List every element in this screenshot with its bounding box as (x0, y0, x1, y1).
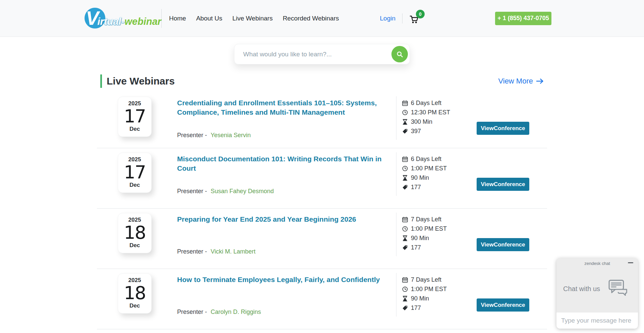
days-left-row: 7 Days Left (402, 276, 447, 283)
section-accent-bar (100, 74, 102, 88)
view-more-link[interactable]: View More (498, 77, 544, 86)
search-input[interactable] (234, 44, 410, 64)
search-bar (234, 44, 410, 64)
clock-icon (402, 286, 408, 292)
clock-icon (402, 226, 408, 232)
nav-item-live-webinars[interactable]: Live Webinars (232, 15, 273, 22)
nav-item-home[interactable]: Home (169, 15, 186, 22)
presenter-label: Presenter - (177, 248, 207, 255)
cart-button[interactable]: 0 (409, 12, 423, 25)
divider (396, 96, 396, 140)
date-box: 2025 18 Dec (118, 213, 152, 253)
login-link[interactable]: Login (380, 15, 396, 22)
presenter-name-link[interactable]: Susan Fahey Desmond (211, 188, 274, 195)
hourglass-icon (402, 175, 408, 181)
site-logo[interactable]: Virtual-webinar (84, 6, 156, 31)
webinar-list: 2025 17 Dec Credentialing and Enrollment… (97, 92, 547, 329)
time-text: 12:30 PM EST (411, 109, 450, 116)
tag-row: 177 (402, 244, 447, 251)
days-left-text: 7 Days Left (411, 276, 441, 283)
date-month: Dec (129, 242, 140, 249)
webinar-title-link[interactable]: How to Terminate Employees Legally, Fair… (177, 275, 398, 284)
section-header: Live Webinars View More (97, 74, 547, 88)
webinar-meta: 7 Days Left 1:00 PM EST (402, 276, 447, 312)
presenter-label: Presenter - (177, 309, 207, 315)
presenter-line: Presenter - Susan Fahey Desmond (177, 188, 274, 195)
webinar-title-link[interactable]: Misconduct Documentation 101: Writing Re… (177, 154, 398, 173)
arrow-right-icon (536, 78, 544, 84)
date-box: 2025 17 Dec (118, 97, 152, 137)
tag-row: 397 (402, 128, 450, 135)
tag-text: 177 (411, 244, 421, 251)
days-left-row: 7 Days Left (402, 216, 447, 223)
duration-row: 90 Min (402, 174, 447, 181)
main-nav: Home About Us Live Webinars Recorded Web… (169, 15, 339, 22)
date-box: 2025 17 Dec (118, 153, 152, 193)
presenter-name-link[interactable]: Vicki M. Lambert (211, 248, 256, 255)
view-conference-button[interactable]: ViewConference (477, 238, 529, 251)
time-text: 1:00 PM EST (411, 165, 447, 172)
zendesk-chat-widget: zendesk chat Chat with us (556, 258, 638, 329)
header: Virtual-webinar Home About Us Live Webin… (0, 0, 644, 37)
duration-text: 90 Min (411, 295, 429, 302)
time-text: 1:00 PM EST (411, 225, 447, 232)
phone-number-button[interactable]: + 1 (855) 437-0705 (495, 12, 551, 25)
page-title: Live Webinars (107, 75, 175, 87)
chat-footer (556, 313, 638, 329)
divider (396, 152, 396, 196)
date-box: 2025 18 Dec (118, 273, 152, 314)
nav-item-about-us[interactable]: About Us (196, 15, 222, 22)
view-conference-button[interactable]: ViewConference (477, 122, 529, 135)
tag-icon (402, 245, 408, 251)
presenter-line: Presenter - Yesenia Servin (177, 132, 251, 139)
presenter-name-link[interactable]: Yesenia Servin (211, 132, 251, 138)
search-icon (396, 51, 403, 58)
minimize-icon[interactable] (628, 262, 633, 263)
divider (402, 13, 402, 23)
hourglass-icon (402, 119, 408, 125)
webinar-card: 2025 17 Dec Credentialing and Enrollment… (97, 92, 547, 148)
calendar-icon (402, 100, 408, 106)
view-conference-button[interactable]: ViewConference (477, 298, 529, 312)
time-text: 1:00 PM EST (411, 286, 447, 293)
tag-text: 397 (411, 128, 421, 135)
date-day: 18 (124, 284, 146, 302)
date-day: 17 (124, 163, 146, 181)
webinar-card: 2025 18 Dec How to Terminate Employees L… (97, 269, 547, 329)
tag-icon (402, 305, 408, 311)
days-left-row: 6 Days Left (402, 156, 447, 163)
webinar-title-link[interactable]: Preparing for Year End 2025 and Year Beg… (177, 215, 398, 224)
divider (396, 213, 396, 256)
duration-row: 300 Min (402, 118, 450, 125)
hourglass-icon (402, 235, 408, 241)
chat-header-title: zendesk chat (584, 261, 610, 266)
date-month: Dec (129, 126, 140, 132)
chat-greeting: Chat with us (563, 285, 600, 293)
tag-icon (402, 184, 408, 190)
tag-row: 177 (402, 304, 447, 312)
time-row: 1:00 PM EST (402, 165, 447, 172)
presenter-name-link[interactable]: Carolyn D. Riggins (211, 309, 261, 315)
view-conference-button[interactable]: ViewConference (477, 178, 529, 191)
presenter-label: Presenter - (177, 188, 207, 195)
chat-message-input[interactable] (561, 317, 638, 324)
webinar-card: 2025 18 Dec Preparing for Year End 2025 … (97, 209, 547, 269)
logo-text: Virtual-webinar (86, 7, 161, 29)
logo-letter-v: V (86, 7, 98, 29)
clock-icon (402, 166, 408, 171)
webinar-title-link[interactable]: Credentialing and Enrollment Essentials … (177, 98, 398, 117)
duration-text: 90 Min (411, 235, 429, 242)
search-button[interactable] (391, 46, 408, 62)
cart-count-badge: 0 (416, 10, 425, 18)
date-month: Dec (129, 182, 140, 188)
chat-header: zendesk chat (556, 258, 638, 268)
nav-item-recorded-webinars[interactable]: Recorded Webinars (283, 15, 339, 22)
duration-text: 90 Min (411, 174, 429, 181)
date-day: 17 (124, 107, 146, 125)
time-row: 1:00 PM EST (402, 286, 447, 293)
logo-end-text: webinar (124, 16, 161, 27)
days-left-row: 6 Days Left (402, 100, 450, 107)
calendar-icon (402, 156, 408, 162)
days-left-text: 6 Days Left (411, 156, 441, 163)
tag-row: 177 (402, 184, 447, 191)
